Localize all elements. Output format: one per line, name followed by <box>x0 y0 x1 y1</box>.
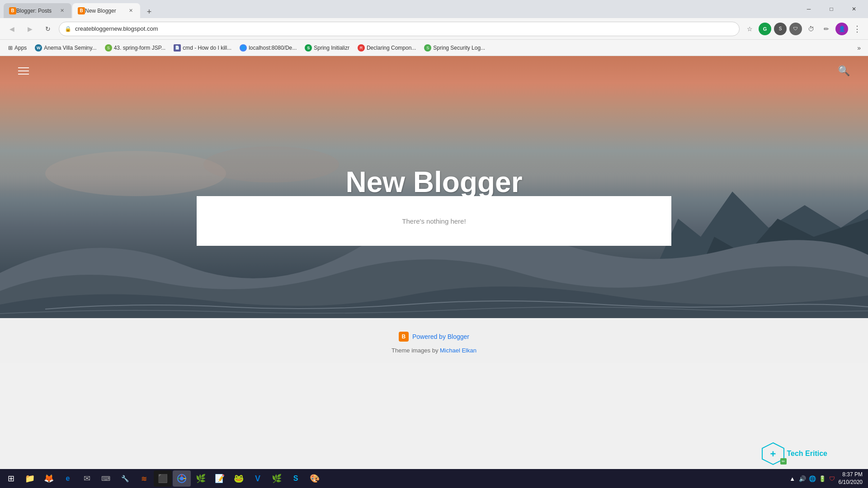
webpage: 🔍 New Blogger There's nothing here! B Po… <box>0 56 868 469</box>
sticky-notes-button[interactable]: 📝 <box>211 470 229 487</box>
leaf-app2-button[interactable]: 🌿 <box>268 470 286 487</box>
blog-footer: B Powered by Blogger Theme images by Mic… <box>0 318 868 363</box>
bookmark-star-icon[interactable]: ☆ <box>743 23 756 35</box>
extension4-icon[interactable]: ✏ <box>820 23 833 35</box>
bookmark-localhost[interactable]: 🌐 localhost:8080/De... <box>236 42 300 53</box>
new-tab-button[interactable]: + <box>143 5 156 18</box>
address-bar-row: ◀ ▶ ↻ 🔒 createbloggernew.blogspot.com ☆ … <box>0 18 868 40</box>
watermark-label: Tech Eritice <box>787 450 827 458</box>
tab1-label: Blogger: Posts <box>16 8 55 14</box>
content-card: There's nothing here! <box>197 196 671 246</box>
bookmark-spring-label: 43. spring-form JSP... <box>114 45 166 51</box>
blog-title: New Blogger <box>345 165 522 199</box>
bookmark-localhost-favicon: 🌐 <box>240 44 247 52</box>
battery-icon[interactable]: 🔋 <box>818 474 827 483</box>
bookmark-declaring-favicon: R <box>358 44 365 52</box>
antivirus-icon[interactable]: 🛡 <box>828 474 837 483</box>
bookmark-cmd-label: cmd - How do I kill... <box>183 45 231 51</box>
bookmarks-more-button[interactable]: » <box>854 42 863 53</box>
bookmark-security-label: Spring Security Log... <box>433 45 485 51</box>
extension2-icon[interactable]: 🛡 <box>789 23 802 35</box>
bookmark-apps[interactable]: ⊞ Apps <box>5 43 30 53</box>
profile-icon[interactable]: 👤 <box>835 23 848 35</box>
bookmark-apps-label: Apps <box>14 45 27 51</box>
tab2-close-button[interactable]: ✕ <box>127 7 135 15</box>
tab1-close-button[interactable]: ✕ <box>58 7 66 15</box>
close-button[interactable]: ✕ <box>844 2 864 16</box>
taskbar: ⊞ 📁 🦊 e ✉ ⌨ 🔧 ≋ ⬛ 🌿 📝 🐸 V 🌿 S 🎨 ▲ 🔊 🌐 🔋 … <box>0 469 868 488</box>
minimize-button[interactable]: ─ <box>798 2 819 16</box>
menu-dots-icon[interactable]: ⋮ <box>851 23 863 35</box>
leaf-app-button[interactable]: 🌿 <box>192 470 210 487</box>
blog-search-button[interactable]: 🔍 <box>838 65 850 77</box>
url-text: createbloggernew.blogspot.com <box>75 25 734 32</box>
time-display: 8:37 PM <box>839 471 863 479</box>
blog-header: 🔍 <box>0 56 868 86</box>
bookmark-declaring-label: Declaring Compon... <box>367 45 416 51</box>
bookmark-spring[interactable]: S 43. spring-form JSP... <box>101 42 170 53</box>
ie-button[interactable]: e <box>59 470 77 487</box>
network-icon[interactable]: 🌐 <box>808 474 817 483</box>
bookmark-cmd[interactable]: 📄 cmd - How do I kill... <box>170 42 235 53</box>
keyboard-button[interactable]: ⌨ <box>97 470 115 487</box>
tab1-favicon: B <box>9 7 16 14</box>
terminal-button[interactable]: ⬛ <box>154 470 172 487</box>
back-button[interactable]: ◀ <box>5 22 19 36</box>
tab2-favicon: B <box>78 7 85 14</box>
bookmark-cmd-favicon: 📄 <box>174 44 181 52</box>
theme-author-link[interactable]: Michael Elkan <box>440 347 476 354</box>
powered-by-link[interactable]: Powered by Blogger <box>412 333 469 340</box>
mail-button[interactable]: ✉ <box>78 470 96 487</box>
bookmark-initializr-label: Spring Initializr <box>314 45 349 51</box>
bookmark-security[interactable]: S Spring Security Log... <box>420 42 489 53</box>
tab-new-blogger[interactable]: B New Blogger ✕ <box>72 3 140 18</box>
forward-button[interactable]: ▶ <box>23 22 37 36</box>
frog-app-button[interactable]: 🐸 <box>230 470 248 487</box>
chrome-button[interactable] <box>173 470 191 487</box>
bookmark-initializr[interactable]: S Spring Initializr <box>301 42 353 53</box>
clock[interactable]: 8:37 PM 6/10/2020 <box>839 471 863 486</box>
file-explorer-button[interactable]: 📁 <box>21 470 39 487</box>
skype-button[interactable]: S <box>287 470 305 487</box>
bookmark-spring-favicon: S <box>105 44 112 52</box>
menu-line-1 <box>18 67 29 68</box>
system-tray-icons: ▲ 🔊 🌐 🔋 🛡 <box>788 474 837 483</box>
bookmark-initializr-favicon: S <box>305 44 312 52</box>
paint-button[interactable]: 🎨 <box>306 470 324 487</box>
blogger-footer-icon: B <box>399 332 409 342</box>
reload-button[interactable]: ↻ <box>41 22 55 36</box>
hamburger-menu-button[interactable] <box>18 67 29 75</box>
bookmark-anema[interactable]: W Anema Villa Seminy... <box>31 42 100 53</box>
date-display: 6/10/2020 <box>839 479 863 486</box>
svg-point-0 <box>45 151 226 196</box>
pencil-overlay: ✏ <box>780 458 787 465</box>
tab2-label: New Blogger <box>85 8 124 14</box>
grammarly-icon[interactable]: G <box>759 23 771 35</box>
extension1-icon[interactable]: S <box>774 23 787 35</box>
bookmark-security-favicon: S <box>424 44 431 52</box>
watermark-logo: + ✏ <box>761 442 785 465</box>
tab-blogger-posts[interactable]: B Blogger: Posts ✕ <box>4 3 71 18</box>
powered-by-section: B Powered by Blogger <box>0 332 868 342</box>
maximize-button[interactable]: □ <box>821 2 842 16</box>
empty-message: There's nothing here! <box>402 217 466 225</box>
menu-line-2 <box>18 70 29 71</box>
svg-point-1 <box>203 146 339 183</box>
window-controls: ─ □ ✕ <box>798 2 864 16</box>
firefox-button[interactable]: 🦊 <box>40 470 58 487</box>
bookmarks-bar: ⊞ Apps W Anema Villa Seminy... S 43. spr… <box>0 40 868 56</box>
svg-text:+: + <box>770 448 776 460</box>
tools-button[interactable]: 🔧 <box>116 470 134 487</box>
tray-expand-icon[interactable]: ▲ <box>788 474 797 483</box>
start-button[interactable]: ⊞ <box>2 470 20 487</box>
speaker-icon[interactable]: 🔊 <box>798 474 807 483</box>
extension3-icon[interactable]: ⏱ <box>805 23 817 35</box>
vs-button[interactable]: V <box>249 470 267 487</box>
svg-point-7 <box>180 477 184 480</box>
db-button[interactable]: ≋ <box>135 470 153 487</box>
bookmark-localhost-label: localhost:8080/De... <box>249 45 297 51</box>
bookmark-declaring[interactable]: R Declaring Compon... <box>354 42 420 53</box>
watermark: + ✏ Tech Eritice <box>761 442 827 465</box>
address-bar[interactable]: 🔒 createbloggernew.blogspot.com <box>59 22 740 36</box>
tabs-area: B Blogger: Posts ✕ B New Blogger ✕ + <box>4 0 798 18</box>
